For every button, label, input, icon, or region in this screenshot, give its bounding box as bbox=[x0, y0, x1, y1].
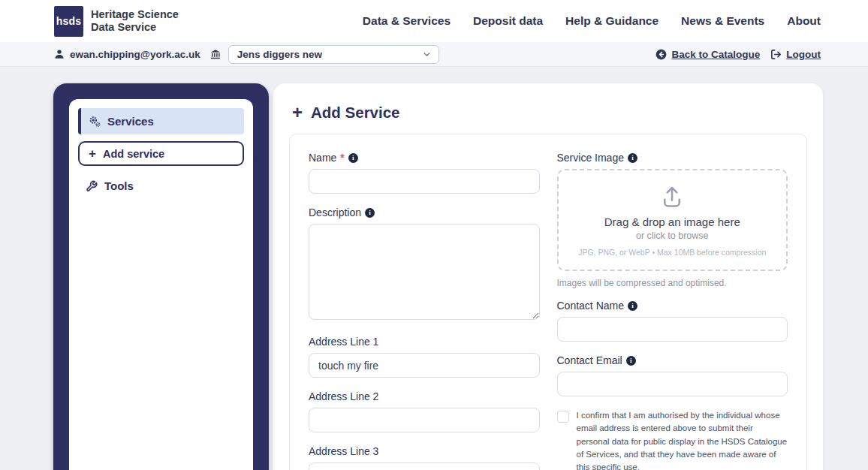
nav-deposit-data[interactable]: Deposit data bbox=[473, 14, 543, 28]
contact-name-label-row: Contact Name i bbox=[557, 300, 788, 312]
address3-label-row: Address Line 3 bbox=[309, 445, 540, 457]
add-service-form: Name * i Description i Address Line bbox=[289, 134, 807, 470]
organisation-selected-value: Jens diggers new bbox=[237, 49, 322, 60]
required-asterisk: * bbox=[340, 152, 344, 164]
primary-nav: Data & Services Deposit data Help & Guid… bbox=[363, 14, 821, 28]
service-image-label-row: Service Image i bbox=[557, 152, 788, 164]
user-email: ewan.chipping@york.ac.uk bbox=[70, 49, 200, 60]
description-label: Description bbox=[309, 206, 361, 218]
add-service-panel: + Add Service Name * i Description i bbox=[273, 83, 823, 470]
contact-name-label: Contact Name bbox=[557, 300, 624, 312]
description-label-row: Description i bbox=[309, 206, 540, 218]
info-icon[interactable]: i bbox=[365, 208, 375, 218]
plus-icon: + bbox=[89, 147, 96, 160]
logout-icon bbox=[770, 49, 782, 60]
chevron-down-icon bbox=[422, 50, 432, 59]
top-header: hsds Heritage Science Data Service Data … bbox=[0, 0, 868, 42]
info-icon[interactable]: i bbox=[628, 153, 637, 163]
address2-field-group: Address Line 2 bbox=[309, 390, 540, 432]
sidebar-item-tools[interactable]: Tools bbox=[78, 173, 244, 199]
sidebar-tools-label: Tools bbox=[104, 179, 134, 192]
nav-about[interactable]: About bbox=[787, 14, 821, 28]
logout-link[interactable]: Logout bbox=[770, 49, 821, 60]
contact-email-label: Contact Email bbox=[557, 354, 622, 366]
back-to-catalogue-label: Back to Catalogue bbox=[671, 49, 760, 60]
contact-name-field-group: Contact Name i bbox=[557, 300, 788, 342]
consent-checkbox[interactable] bbox=[557, 411, 569, 423]
nav-data-services[interactable]: Data & Services bbox=[363, 14, 451, 28]
description-textarea[interactable] bbox=[309, 224, 540, 320]
consent-row: I confirm that I am authorised by the in… bbox=[557, 409, 788, 470]
consent-text: I confirm that I am authorised by the in… bbox=[577, 409, 788, 470]
address3-field-group: Address Line 3 bbox=[309, 445, 540, 470]
dropzone-hint: JPG, PNG, or WebP • Max 10MB before comp… bbox=[578, 248, 766, 257]
address1-field-group: Address Line 1 bbox=[309, 336, 540, 378]
image-helper-text: Images will be compressed and optimised. bbox=[557, 278, 788, 288]
sidebar: Services + Add service Tools bbox=[53, 83, 269, 470]
contact-email-input[interactable] bbox=[557, 372, 788, 396]
address1-label-row: Address Line 1 bbox=[309, 336, 540, 348]
address-line-2-input[interactable] bbox=[309, 408, 540, 432]
contact-email-label-row: Contact Email i bbox=[557, 354, 788, 366]
back-to-catalogue-link[interactable]: Back to Catalogue bbox=[656, 49, 760, 60]
add-service-button[interactable]: + Add service bbox=[78, 141, 244, 166]
brand-name-line2: Data Service bbox=[91, 21, 179, 34]
contact-email-field-group: Contact Email i bbox=[557, 354, 788, 396]
brand-logo[interactable]: hsds Heritage Science Data Service bbox=[54, 6, 179, 37]
sidebar-item-services[interactable]: Services bbox=[78, 108, 244, 134]
address3-label: Address Line 3 bbox=[309, 445, 378, 457]
upload-icon bbox=[659, 183, 686, 210]
name-input[interactable] bbox=[309, 169, 540, 194]
logo-box: hsds bbox=[54, 6, 83, 37]
plus-icon: + bbox=[292, 104, 303, 122]
logout-label: Logout bbox=[786, 49, 821, 60]
page-title: Add Service bbox=[311, 104, 400, 122]
session-actions: Back to Catalogue Logout bbox=[656, 49, 821, 60]
gears-icon bbox=[89, 116, 101, 128]
organisation-select[interactable]: Jens diggers new bbox=[228, 45, 439, 64]
back-arrow-circle-icon bbox=[656, 49, 667, 60]
info-icon[interactable]: i bbox=[348, 153, 358, 163]
page-title-row: + Add Service bbox=[289, 98, 807, 122]
info-icon[interactable]: i bbox=[626, 356, 636, 366]
nav-help-guidance[interactable]: Help & Guidance bbox=[565, 14, 659, 28]
add-service-label: Add service bbox=[103, 148, 164, 160]
sidebar-services-label: Services bbox=[107, 115, 154, 128]
address2-label: Address Line 2 bbox=[309, 390, 378, 402]
sidebar-panel: Services + Add service Tools bbox=[69, 99, 253, 470]
dropzone-subtitle: or click to browse bbox=[636, 230, 709, 241]
info-icon[interactable]: i bbox=[628, 301, 637, 311]
form-left-column: Name * i Description i Address Line bbox=[309, 152, 540, 470]
address2-label-row: Address Line 2 bbox=[309, 390, 540, 402]
name-field-group: Name * i bbox=[309, 152, 540, 194]
name-label: Name bbox=[309, 152, 336, 164]
brand-name: Heritage Science Data Service bbox=[91, 8, 179, 35]
description-field-group: Description i bbox=[309, 206, 540, 323]
service-image-field-group: Service Image i Drag & drop an image her… bbox=[557, 152, 788, 288]
address1-label: Address Line 1 bbox=[309, 336, 378, 348]
address-line-3-input[interactable] bbox=[309, 462, 540, 470]
user-bar: ewan.chipping@york.ac.uk Jens diggers ne… bbox=[0, 42, 868, 67]
contact-name-input[interactable] bbox=[557, 317, 788, 342]
form-right-column: Service Image i Drag & drop an image her… bbox=[557, 152, 788, 470]
service-image-label: Service Image bbox=[557, 152, 624, 164]
name-label-row: Name * i bbox=[309, 152, 540, 164]
address-line-1-input[interactable] bbox=[309, 353, 540, 378]
image-dropzone[interactable]: Drag & drop an image here or click to br… bbox=[557, 169, 788, 271]
nav-news-events[interactable]: News & Events bbox=[681, 14, 764, 28]
main-content: Services + Add service Tools + Add Servi… bbox=[0, 67, 868, 470]
dropzone-title: Drag & drop an image here bbox=[604, 215, 740, 228]
institution-icon bbox=[209, 49, 222, 60]
wrench-icon bbox=[86, 180, 98, 192]
brand-name-line1: Heritage Science bbox=[91, 8, 179, 21]
user-icon bbox=[54, 49, 65, 59]
